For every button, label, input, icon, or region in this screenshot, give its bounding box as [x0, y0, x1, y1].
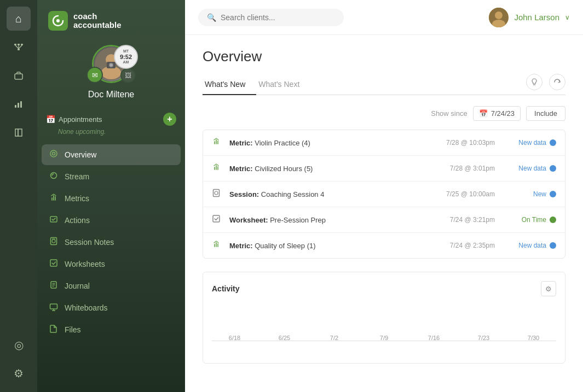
metric-icon-1: [212, 163, 223, 174]
book-icon[interactable]: [7, 120, 31, 144]
client-name: Doc Miltene: [88, 90, 134, 100]
main-content: 🔍 John Larson ∨ Overview What's New What…: [185, 0, 583, 392]
activity-list: Metric: Violin Practice (4) 7/28 @ 10:03…: [203, 130, 565, 259]
sidebar-item-label-worksheets: Worksheets: [65, 260, 105, 268]
activity-item[interactable]: Metric: Quality of Sleep (1) 7/24 @ 2:35…: [203, 233, 565, 258]
photo-badge[interactable]: 🖼: [120, 68, 136, 83]
search-input[interactable]: [221, 13, 335, 22]
show-since-label: Show since: [431, 109, 467, 118]
files-icon: [48, 324, 59, 335]
badge-text-2: New: [533, 190, 546, 198]
sidebar-item-session-notes[interactable]: Session Notes: [42, 232, 181, 253]
worksheet-icon-3: [212, 214, 223, 225]
show-since-row: Show since 📅 7/24/23 Include: [203, 106, 565, 121]
sidebar-item-whiteboards[interactable]: Whiteboards: [42, 297, 181, 318]
add-appointment-button[interactable]: +: [163, 113, 176, 126]
activity-text-3: Worksheet: Pre-Session Prep: [229, 216, 417, 224]
svg-point-11: [56, 19, 60, 22]
include-button[interactable]: Include: [526, 106, 565, 121]
activity-time-2: 7/25 @ 10:00am: [424, 190, 495, 198]
overview-icon: [48, 149, 59, 160]
svg-rect-0: [14, 44, 16, 45]
svg-point-38: [215, 191, 218, 195]
briefcase-icon[interactable]: [7, 63, 31, 87]
sidebar-item-files[interactable]: Files: [42, 319, 181, 340]
top-bar: 🔍 John Larson ∨: [185, 0, 583, 35]
appointments-none-text: None upcoming.: [46, 126, 176, 140]
sidebar-item-stream[interactable]: Stream: [42, 166, 181, 187]
date-value: 7/24/23: [491, 109, 515, 118]
sidebar-item-label-metrics: Metrics: [65, 194, 89, 203]
metrics-icon: [48, 193, 59, 204]
email-badge[interactable]: ✉: [86, 67, 103, 83]
activity-text-0: Metric: Violin Practice (4): [229, 139, 417, 147]
sidebar-item-metrics[interactable]: Metrics: [42, 188, 181, 209]
appointments-section: 📅 Appointments + None upcoming.: [37, 108, 185, 142]
avatar-container: ✉ 🖼 MT 9:52 AM: [92, 45, 130, 83]
tab-whats-next[interactable]: What's Next: [256, 74, 310, 95]
badge-text-1: New data: [518, 165, 546, 172]
activity-time-3: 7/24 @ 3:21pm: [424, 216, 495, 224]
chart-bar-625: 6/25: [262, 313, 307, 341]
sidebar-item-actions[interactable]: Actions: [42, 210, 181, 231]
network-icon[interactable]: [7, 35, 31, 59]
sidebar-item-worksheets[interactable]: Worksheets: [42, 254, 181, 274]
circle-user-icon[interactable]: ◎: [7, 333, 31, 357]
activity-item[interactable]: Metric: Violin Practice (4) 7/28 @ 10:03…: [203, 130, 565, 156]
home-icon[interactable]: ⌂: [7, 7, 31, 31]
activity-item[interactable]: Metric: Civilized Hours (5) 7/28 @ 3:01p…: [203, 156, 565, 182]
sidebar-item-overview[interactable]: Overview: [42, 144, 181, 165]
svg-rect-37: [213, 190, 220, 197]
svg-point-23: [52, 239, 55, 243]
activity-badge-1: New data: [501, 165, 556, 172]
svg-rect-2: [21, 44, 23, 45]
refresh-button[interactable]: [549, 74, 565, 90]
chart-title: Activity: [212, 284, 240, 293]
calendar-icon: 📅: [46, 115, 55, 124]
appointments-label: Appointments: [59, 115, 102, 124]
chart-header: Activity ⚙: [212, 281, 556, 296]
chart-settings-button[interactable]: ⚙: [541, 281, 556, 296]
svg-point-19: [53, 153, 55, 155]
svg-line-4: [15, 45, 19, 49]
badge-text-3: On Time: [522, 216, 546, 224]
tab-whats-new[interactable]: What's New: [203, 74, 256, 95]
svg-rect-3: [18, 49, 20, 50]
journal-icon: [48, 280, 59, 291]
sidebar-item-label-session-notes: Session Notes: [65, 238, 114, 247]
sidebar-item-journal[interactable]: Journal: [42, 276, 181, 296]
whiteboards-icon: [48, 302, 59, 313]
svg-rect-1: [18, 44, 20, 45]
badge-dot-2: [550, 191, 556, 197]
logo: coach accountable: [37, 0, 185, 39]
chart-bar-723: 7/23: [461, 308, 506, 341]
activity-time-1: 7/28 @ 3:01pm: [424, 165, 495, 172]
sidebar-item-label-actions: Actions: [65, 216, 90, 225]
activity-chart-section: Activity ⚙ 6/18 6/25: [203, 272, 565, 364]
svg-rect-39: [213, 215, 220, 222]
activity-item[interactable]: Session: Coaching Session 4 7/25 @ 10:00…: [203, 182, 565, 207]
chart-bar-79: 7/9: [361, 305, 407, 341]
content-area: Overview What's New What's Next: [185, 35, 583, 392]
sidebar-item-label-whiteboards: Whiteboards: [65, 303, 108, 312]
logo-icon: [48, 11, 68, 31]
metric-icon-4: [212, 240, 223, 251]
chart-bar-icon[interactable]: [7, 92, 31, 116]
chart-bar-716: 7/16: [411, 297, 457, 341]
session-icon-2: [212, 189, 223, 200]
svg-rect-10: [20, 101, 22, 108]
activity-badge-2: New: [501, 190, 556, 198]
sidebar: coach accountable: [37, 0, 185, 392]
bulb-button[interactable]: [526, 74, 542, 90]
activity-badge-4: New data: [501, 242, 556, 249]
settings-icon[interactable]: ⚙: [7, 361, 31, 385]
svg-rect-30: [50, 304, 57, 309]
svg-rect-8: [15, 105, 16, 108]
date-input[interactable]: 📅 7/24/23: [473, 106, 521, 121]
user-info[interactable]: John Larson ∨: [489, 8, 570, 27]
badge-text-4: New data: [518, 242, 546, 249]
search-box[interactable]: 🔍: [198, 9, 344, 26]
activity-item[interactable]: Worksheet: Pre-Session Prep 7/24 @ 3:21p…: [203, 207, 565, 233]
sidebar-item-label-journal: Journal: [65, 282, 90, 290]
sidebar-item-label-files: Files: [65, 325, 81, 334]
